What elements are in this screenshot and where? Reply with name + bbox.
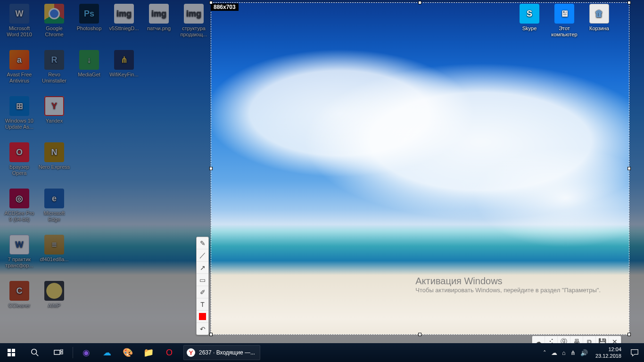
system-tray: ˄☁⌂⋔🔊 [539,349,592,356]
desktop-icon[interactable]: YYandex [37,93,72,140]
svg-rect-8 [61,352,63,354]
resize-handle-se[interactable] [627,333,631,336]
app-icon: img [114,4,134,24]
icon-label: Корзина [589,25,609,32]
tray-chevron-icon[interactable]: ˄ [543,349,546,356]
desktop-icon[interactable]: PsPhotoshop [72,1,107,47]
screenshot-selection[interactable]: SSkype🖥Этот компьютер🗑Корзина Активация … [211,3,629,334]
opera-icon[interactable]: O [159,343,180,362]
resize-handle-s[interactable] [418,333,421,336]
action-center-button[interactable] [625,343,644,362]
watermark-title: Активация Windows [415,276,601,287]
resize-handle-e[interactable] [627,167,631,170]
desktop-icon[interactable]: 🗑Корзина [582,3,617,47]
pen-tool[interactable]: ✎ [197,237,208,249]
desktop-icon[interactable]: aAvast Free Antivirus [2,47,37,93]
undo-tool[interactable]: ↶ [197,323,208,335]
desktop-icon[interactable]: ≡df401ed8a... [37,232,72,278]
app-icon: C [9,281,29,301]
cortana-icon[interactable]: ◉ [76,343,97,362]
start-button[interactable] [0,343,23,362]
tray-onedrive-icon[interactable]: ☁ [551,349,557,356]
desktop-icon[interactable]: eMicrosoft Edge [37,186,72,232]
tray-network-icon[interactable]: ⌂ [562,349,566,356]
tray-volume-icon[interactable]: 🔊 [580,349,588,356]
desktop-icon[interactable]: ↓MediaGet [72,47,107,93]
resize-handle-nw[interactable] [209,1,213,4]
icon-label: AIMP [48,303,61,309]
task-label: 2637 · Входящие —... [199,349,255,356]
paint-icon[interactable]: 🎨 [117,343,138,362]
resize-handle-sw[interactable] [209,333,213,336]
icon-label: Браузер Opera [2,164,36,176]
app-icon: N [44,142,64,162]
desktop-icon[interactable]: NNero Express [37,140,72,186]
desktop-icon[interactable]: 🖥Этот компьютер [547,3,582,47]
desktop-icon[interactable]: OБраузер Opera [2,140,37,186]
desktop-icons-left: WMicrosoft Word 2010Google ChromePsPhoto… [2,1,211,324]
desktop-icon[interactable]: imgv5SttniegD... [107,1,141,47]
task-view-button[interactable] [47,343,70,362]
explorer-icon[interactable]: 📁 [138,343,159,362]
desktop-icon[interactable]: CCCleaner [2,278,37,324]
taskbar-pinned: ◉☁🎨📁O [76,343,180,362]
icon-label: Microsoft Word 2010 [2,25,36,38]
icon-label: ACDSee Pro 9 (64-bit) [2,210,36,222]
arrow-tool[interactable]: ↗ [197,262,208,274]
svg-rect-6 [54,350,60,354]
app-icon: img [184,4,204,24]
text-tool[interactable]: T [197,298,208,311]
icon-label: патчи.png [147,25,171,32]
app-icon: W [9,235,29,255]
desktop-icon[interactable]: imgпатчи.png [141,1,176,47]
icon-label: v5SttniegD... [109,25,139,32]
marker-tool[interactable]: ✐ [197,286,208,298]
icon-label: CCleaner [8,303,30,309]
desktop-icon[interactable]: imgструктура продающ... [176,1,211,47]
app-icon: Ps [79,4,99,24]
desktop-icon[interactable]: WMicrosoft Word 2010 [2,1,37,47]
taskbar-clock[interactable]: 12:04 23.12.2018 [592,346,625,359]
icon-label: Этот компьютер [547,25,581,38]
desktop-icon[interactable]: ⊞Windows 10 Update As... [2,93,37,140]
icon-label: MediaGet [78,72,100,78]
taskbar-task-yandex-mail[interactable]: Y 2637 · Входящие —... [183,345,260,360]
icon-label: Yandex [46,118,63,124]
desktop-icon[interactable]: AIMP [37,278,72,324]
icon-label: Skype [522,25,537,32]
app-icon: W [9,4,29,24]
desktop-icon[interactable]: ◎ACDSee Pro 9 (64-bit) [2,186,37,232]
app-icon: img [149,4,169,24]
tray-wifi-icon[interactable]: ⋔ [570,349,576,356]
resize-handle-n[interactable] [418,1,421,4]
resize-handle-ne[interactable] [627,1,631,4]
icon-label: Microsoft Edge [37,210,71,222]
icon-label: Windows 10 Update As... [2,118,36,130]
app-icon [44,281,64,301]
app-icon: ⊞ [9,96,29,116]
clock-date: 23.12.2018 [595,353,621,359]
desktop-icons-right: SSkype🖥Этот компьютер🗑Корзина [512,3,617,47]
onedrive-icon[interactable]: ☁ [97,343,117,362]
windows-activation-watermark: Активация Windows Чтобы активировать Win… [415,276,601,294]
line-tool[interactable]: ／ [197,249,208,262]
app-icon: a [9,50,29,70]
desktop-icon[interactable]: Google Chrome [37,1,72,47]
desktop-icon[interactable]: W7 практик трансфор... [2,232,37,278]
resize-handle-w[interactable] [209,167,213,170]
icon-label: df401ed8a... [40,256,68,263]
desktop-icon[interactable]: RRevo Uninstaller [37,47,72,93]
search-button[interactable] [24,343,46,362]
app-icon: ⋔ [114,50,134,70]
svg-rect-3 [12,353,15,356]
svg-rect-7 [61,349,63,351]
app-icon: ◎ [9,189,29,208]
color-picker[interactable] [197,311,208,323]
svg-rect-1 [12,349,15,352]
desktop-icon[interactable]: SSkype [512,3,547,47]
color-swatch [199,313,206,320]
app-icon: R [44,50,64,70]
rect-tool[interactable]: ▭ [197,274,208,286]
app-icon: S [520,4,539,24]
desktop-icon[interactable]: ⋔WifiKeyFin... [107,47,141,93]
